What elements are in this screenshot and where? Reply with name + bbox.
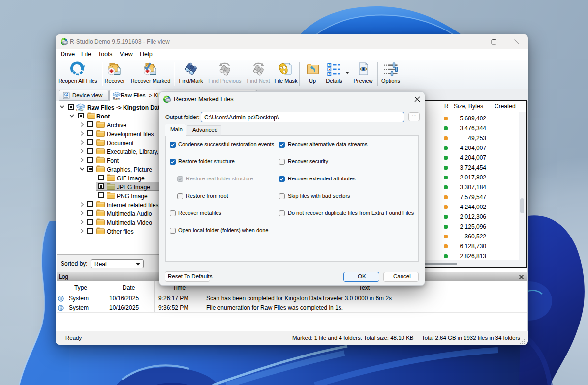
svg-text:Raw: Raw xyxy=(113,97,120,100)
